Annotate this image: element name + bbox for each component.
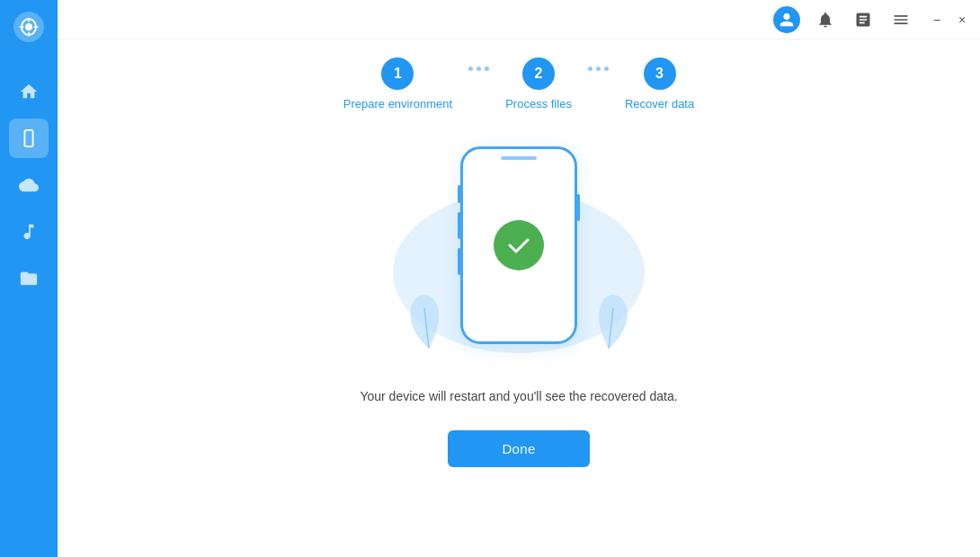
step-3: 3 Recover data <box>625 57 694 111</box>
status-message: Your device will restart and you'll see … <box>360 389 677 403</box>
step-2-label: Process files <box>505 97 572 111</box>
step-2-circle: 2 <box>522 57 555 90</box>
checkmark-circle <box>494 220 544 270</box>
sidebar-item-music[interactable] <box>9 212 49 252</box>
sidebar-item-files[interactable] <box>9 259 49 298</box>
illustration <box>375 137 663 371</box>
step-dots-2 <box>572 57 625 96</box>
content-area: 1 Prepare environment 2 Process files <box>58 40 980 557</box>
svg-rect-2 <box>24 130 32 146</box>
dot <box>596 66 601 71</box>
dot <box>468 66 473 71</box>
close-button[interactable]: × <box>955 13 969 27</box>
notes-icon[interactable] <box>851 7 876 32</box>
leaf-right-icon <box>582 286 636 358</box>
minimize-button[interactable]: − <box>930 13 944 27</box>
step-3-circle: 3 <box>644 57 676 90</box>
done-button[interactable]: Done <box>448 430 589 467</box>
svg-point-1 <box>25 23 32 31</box>
phone-side-button-top <box>458 185 461 203</box>
dot <box>477 66 481 71</box>
step-1-label: Prepare environment <box>343 97 452 111</box>
phone-side-button <box>576 194 580 221</box>
phone-side-button-bot <box>458 248 461 275</box>
bell-icon[interactable] <box>813 7 838 32</box>
title-bar: − × <box>58 0 980 40</box>
step-dots-1 <box>452 57 505 96</box>
phone-illustration <box>460 146 577 344</box>
dot <box>588 66 592 71</box>
step-1: 1 Prepare environment <box>343 57 452 111</box>
sidebar-item-home[interactable] <box>9 72 49 111</box>
step-3-label: Recover data <box>625 97 694 111</box>
app-logo <box>11 9 47 45</box>
step-1-circle: 1 <box>381 57 414 90</box>
sidebar-nav <box>0 72 58 298</box>
dot <box>604 66 609 71</box>
main-window: − × 1 Prepare environment 2 <box>58 0 980 557</box>
sidebar-item-cloud[interactable] <box>9 165 49 205</box>
menu-icon[interactable] <box>888 7 913 32</box>
steps-indicator: 1 Prepare environment 2 Process files <box>227 57 811 111</box>
dot <box>485 66 489 71</box>
leaf-left-icon <box>402 286 456 358</box>
sidebar-item-device[interactable] <box>9 119 49 158</box>
step-2: 2 Process files <box>505 57 572 111</box>
window-controls: − × <box>930 13 969 27</box>
sidebar <box>0 0 58 557</box>
phone-side-button-mid <box>458 212 461 239</box>
avatar-icon[interactable] <box>773 6 800 33</box>
title-bar-icons <box>773 6 913 33</box>
